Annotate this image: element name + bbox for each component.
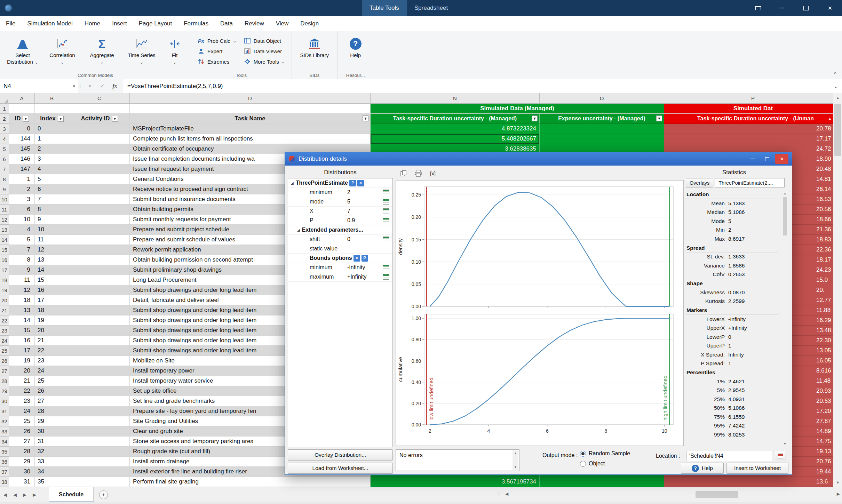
column-header-A[interactable]: A [9,93,35,104]
cell-activity-id[interactable] [69,215,130,225]
overlays-button[interactable]: Overlays [686,178,713,187]
cell-id[interactable]: 145 [9,144,35,154]
tree-button-close[interactable]: × [354,255,360,262]
row-header[interactable]: 30 [0,396,9,406]
stats-scroll-down-icon[interactable]: ▼ [782,441,788,447]
cell-activity-id[interactable] [69,124,130,134]
dialog-minimize-button[interactable] [746,154,759,164]
filter-icon[interactable]: ▾ [112,116,118,122]
cell-activity-id[interactable] [69,305,130,315]
row-header[interactable]: 24 [0,336,9,346]
cell-id[interactable]: 17 [9,346,35,356]
cell-id[interactable]: 147 [9,164,35,174]
row-header[interactable]: 29 [0,386,9,396]
ribbon-display-options-button[interactable] [746,0,770,16]
cell-activity-id[interactable] [69,225,130,235]
header-index[interactable]: Index▾ [35,114,69,124]
table-tools-contextual-tab[interactable]: Table Tools [362,0,407,16]
extremes-button[interactable]: Extremes [194,57,239,66]
cell-activity-id[interactable] [69,144,130,154]
row-header[interactable]: 5 [0,144,9,154]
worksheet-link-icon[interactable] [383,208,389,214]
cell-id[interactable]: 13 [9,305,35,315]
cell-expense-managed[interactable] [540,477,664,487]
cell-activity-id[interactable] [69,326,130,336]
name-box[interactable]: N4 ▾ [0,79,78,93]
cell-duration-unmanaged[interactable]: 17.17 [664,134,842,144]
cell-id[interactable]: 26 [9,426,35,437]
cell-id[interactable]: 2 [9,184,35,194]
data-object-button[interactable]: Data Object [241,36,288,45]
cell-activity-id[interactable] [69,184,130,194]
horizontal-scrollbar[interactable] [515,490,832,499]
menu-tab-file[interactable]: File [0,16,21,31]
header-expense-managed[interactable]: Expense uncertainty - (Managed)▾ [540,114,664,124]
column-header-B[interactable]: B [35,93,69,104]
cell-index[interactable]: 5 [35,174,69,184]
cell-activity-id[interactable] [69,366,130,376]
cell-activity-id[interactable] [69,457,130,467]
minimize-button[interactable] [770,0,794,16]
cell-activity-id[interactable] [69,164,130,174]
cell-index[interactable]: 6 [35,184,69,194]
row-header[interactable]: 31 [0,406,9,416]
next-sheet-button[interactable]: ▶ [23,492,26,497]
menu-tab-design[interactable]: Design [294,16,325,31]
worksheet-link-icon[interactable] [383,199,389,205]
cell-id[interactable]: 20 [9,366,35,376]
row-header[interactable]: 18 [0,275,9,285]
cell-id[interactable]: 23 [9,396,35,406]
cell-activity-id[interactable] [69,477,130,487]
add-sheet-button[interactable]: + [99,490,108,499]
tree-subgroup[interactable]: Bounds options×P [288,254,392,263]
cell-activity-id[interactable] [69,376,130,386]
cell-activity-id[interactable] [69,265,130,275]
row-header[interactable]: 19 [0,285,9,295]
errors-scroll-arrows[interactable]: ▲ ▼ [513,450,518,470]
cell-duration-managed[interactable]: 4.873223324 [371,124,540,134]
scroll-up-button[interactable]: ▲ [833,93,842,102]
horizontal-scroll-right-button[interactable]: ▶ [837,491,840,496]
row-header[interactable]: 34 [0,437,9,447]
cell-id[interactable]: 27 [9,437,35,447]
collapse-ribbon-button[interactable]: ^ [834,71,836,78]
cell[interactable] [130,104,371,114]
cell-index[interactable]: 20 [35,326,69,336]
cell-index[interactable]: 1 [35,134,69,144]
tree-group[interactable]: ◢ThreePointEstimate?× [288,178,392,188]
parameter-value[interactable]: 2 [347,189,350,195]
column-header-C[interactable]: C [69,93,130,104]
select-all-corner[interactable] [0,93,9,104]
cell-activity-id[interactable] [69,134,130,144]
header-activity-id[interactable]: Activity ID▾ [69,114,130,124]
menu-tab-data[interactable]: Data [214,16,239,31]
sheet-tab-schedule[interactable]: Schedule [49,487,94,502]
cell-index[interactable]: 19 [35,315,69,326]
row-header[interactable]: 23 [0,326,9,336]
fit-button[interactable]: Fit⌄ [162,33,187,70]
more-tools-button[interactable]: More Tools ⌄ [241,57,288,66]
dialog-help-button[interactable]: ?Help [681,463,724,474]
maximize-button[interactable] [794,0,818,16]
row-header[interactable]: 6 [0,154,9,164]
aggregate-button[interactable]: Σ Aggregate⌄ [83,33,121,70]
cell-index[interactable]: 27 [35,396,69,406]
cell-id[interactable]: 18 [9,295,35,305]
stats-scroll-up-icon[interactable]: ▲ [782,190,788,197]
row-header[interactable]: 11 [0,205,9,215]
cell-id[interactable]: 3 [9,194,35,205]
cell-activity-id[interactable] [69,416,130,426]
row-header[interactable]: 38 [0,477,9,487]
cell-id[interactable]: 16 [9,336,35,346]
worksheet-link-icon[interactable] [383,218,389,223]
cell-activity-id[interactable] [69,467,130,477]
prob-calc-button[interactable]: Px Prob Calc ⌄ [194,36,239,45]
insert-to-worksheet-button[interactable]: Insert to Worksheet [726,463,788,474]
column-header-O[interactable]: O [540,93,664,104]
header-id[interactable]: ID▾ [9,114,35,124]
cell-index[interactable]: 23 [35,356,69,366]
vertical-scrollbar[interactable]: ▲ ▼ [833,93,842,487]
parameter-value[interactable]: +Infinity [347,274,367,280]
cell-index[interactable]: 0 [35,124,69,134]
radio-selected-icon[interactable] [580,451,586,457]
